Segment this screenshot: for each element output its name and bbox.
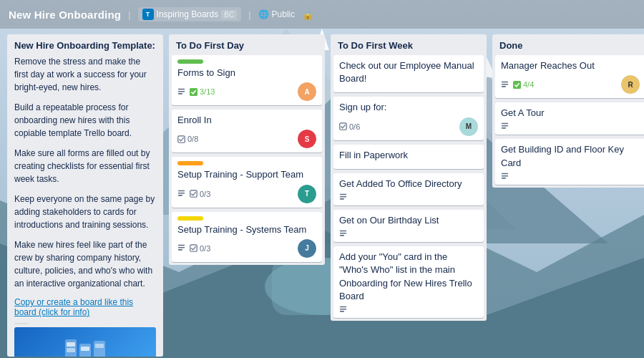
avatar-circle-enroll: S — [298, 130, 316, 148]
svg-rect-33 — [178, 245, 185, 246]
list-cards-done: Manager Reaches Out 4/4 R Get A Tour — [492, 55, 644, 188]
copy-board-link[interactable]: Copy or create a board like this board (… — [14, 297, 156, 317]
card-meta-forms: 3/13 A — [177, 82, 316, 101]
board-area: New Hire Onboarding Template: Remove the… — [0, 29, 644, 358]
desc-badge-birthday — [339, 230, 347, 238]
svg-rect-52 — [502, 125, 508, 127]
card-birthday-list[interactable]: Get on Our Birthday List — [333, 210, 484, 242]
avatar-circle: A — [298, 82, 316, 101]
card-meta-enroll: 0/8 S — [177, 130, 316, 148]
card-title-support: Setup Training - Support Team — [177, 168, 316, 181]
card-setup-support[interactable]: Setup Training - Support Team 0/3 T — [172, 157, 322, 207]
card-enroll-in[interactable]: Enroll In 0/8 S — [172, 110, 322, 153]
svg-rect-49 — [502, 86, 506, 87]
card-line — [14, 323, 29, 324]
card-office-directory[interactable]: Get Added To Office Directory — [333, 173, 484, 205]
svg-rect-37 — [340, 123, 346, 130]
desc-para-5: Make new hires feel like part of the cre… — [14, 238, 156, 290]
svg-rect-51 — [502, 123, 508, 125]
svg-rect-32 — [190, 190, 197, 197]
card-meta-systems: 0/3 J — [177, 239, 316, 258]
svg-rect-25 — [178, 91, 185, 92]
card-label-orange — [177, 161, 203, 165]
svg-rect-30 — [178, 193, 185, 194]
checklist-badge-enroll: 0/8 — [177, 135, 198, 143]
card-avatar-enroll: S — [298, 130, 316, 148]
card-forms-to-sign[interactable]: Forms to Sign 3/13 A — [172, 55, 322, 105]
card-employee-manual[interactable]: Check out our Employee Manual Board! — [333, 55, 484, 92]
board-title: New Hire Onboarding — [9, 9, 121, 21]
card-sign-up[interactable]: Sign up for: 0/6 M — [333, 97, 484, 140]
svg-rect-19 — [81, 347, 89, 351]
list-todo-first-day: To Do First Day Forms to Sign 3/13 A — [169, 34, 325, 265]
card-avatar-systems: J — [298, 239, 316, 258]
card-avatar-manager: R — [621, 75, 640, 94]
svg-rect-27 — [190, 88, 197, 96]
svg-rect-38 — [340, 194, 346, 195]
trello-icon: T — [142, 9, 154, 20]
list-done: Done Manager Reaches Out 4/4 R — [492, 34, 644, 188]
svg-rect-35 — [178, 249, 182, 251]
card-title-signup: Sign up for: — [339, 101, 478, 114]
list-header-first-week: To Do First Week — [331, 34, 487, 55]
svg-rect-28 — [178, 136, 185, 142]
desc-badge-manager — [501, 81, 509, 89]
card-title-paperwork: Fill in Paperwork — [339, 149, 478, 162]
board-preview-image — [14, 327, 156, 357]
card-meta-support: 0/3 T — [177, 185, 316, 203]
card-avatar-forms: A — [298, 82, 316, 101]
brand-tag: BC — [221, 10, 237, 19]
svg-rect-50 — [513, 81, 521, 89]
svg-rect-34 — [178, 247, 185, 248]
public-label: Public — [272, 9, 296, 19]
card-setup-systems[interactable]: Setup Training - Systems Team 0/3 J — [172, 212, 322, 262]
desc-badge-building — [501, 173, 509, 180]
card-title-systems: Setup Training - Systems Team — [177, 223, 316, 236]
card-get-tour[interactable]: Get A Tour — [495, 102, 644, 135]
svg-rect-31 — [178, 195, 182, 196]
list-header-desc: New Hire Onboarding Template: — [7, 34, 163, 55]
checklist-badge-support: 0/3 — [190, 190, 210, 198]
desc-content: Remove the stress and make the first day… — [7, 55, 163, 357]
globe-icon: 🌐 — [258, 9, 269, 19]
visibility-toggle[interactable]: 🌐 Public — [258, 9, 296, 19]
svg-rect-47 — [502, 81, 508, 82]
svg-rect-29 — [178, 190, 185, 192]
desc-badge-tour — [501, 122, 509, 130]
svg-rect-54 — [502, 173, 508, 175]
card-title-tour: Get A Tour — [501, 107, 640, 120]
svg-rect-24 — [178, 88, 185, 90]
card-title-building: Get Building ID and Floor Key Card — [501, 143, 640, 169]
card-meta-manager: 4/4 R — [501, 75, 640, 94]
card-whos-who[interactable]: Add your "You" card in the "Who's Who" l… — [333, 246, 484, 318]
checklist-badge: 3/13 — [190, 87, 215, 96]
card-title-enroll: Enroll In — [177, 114, 316, 127]
checklist-badge-manager: 4/4 — [513, 80, 534, 89]
desc-badge-whos-who — [339, 306, 347, 314]
avatar-circle-signup: M — [459, 117, 478, 136]
nav-separator: | — [128, 9, 130, 20]
svg-rect-18 — [67, 348, 75, 352]
list-header-first-day: To Do First Day — [169, 34, 325, 55]
avatar-circle-support: T — [298, 185, 316, 203]
svg-rect-36 — [190, 245, 197, 251]
svg-rect-17 — [67, 342, 75, 347]
card-title-forms: Forms to Sign — [177, 67, 316, 79]
card-manager-reaches-out[interactable]: Manager Reaches Out 4/4 R — [495, 55, 644, 98]
desc-badge — [177, 88, 185, 96]
card-meta-building — [501, 173, 640, 180]
card-building-id[interactable]: Get Building ID and Floor Key Card — [495, 139, 644, 184]
desc-para-3: Make sure all forms are filled out by cr… — [14, 147, 156, 185]
svg-rect-56 — [502, 178, 506, 179]
svg-rect-42 — [340, 233, 346, 234]
card-title-manager: Manager Reaches Out — [501, 59, 640, 72]
brand-link[interactable]: T Inspiring Boards BC — [138, 7, 242, 21]
navbar: New Hire Onboarding | T Inspiring Boards… — [0, 0, 644, 29]
card-meta-whos-who — [339, 306, 478, 314]
card-fill-paperwork[interactable]: Fill in Paperwork — [333, 145, 484, 169]
list-description: New Hire Onboarding Template: Remove the… — [7, 34, 163, 357]
svg-rect-43 — [340, 235, 344, 236]
svg-rect-16 — [94, 341, 105, 357]
card-title-whos-who: Add your "You" card in the "Who's Who" l… — [339, 251, 478, 303]
checklist-badge-systems: 0/3 — [190, 244, 210, 253]
